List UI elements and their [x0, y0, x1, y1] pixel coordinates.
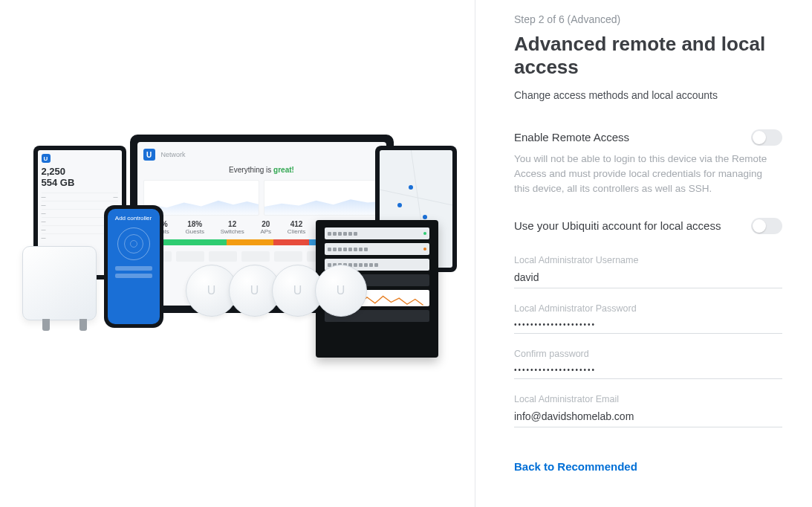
remote-access-label: Enable Remote Access: [514, 129, 629, 143]
step-indicator: Step 2 of 6 (Advanced): [514, 13, 782, 25]
ubiquiti-local-toggle[interactable]: [751, 218, 782, 234]
remote-access-toggle[interactable]: [751, 129, 782, 146]
device-access-points: UUUU: [186, 265, 367, 317]
email-input[interactable]: [514, 407, 782, 427]
page-subtitle: Change access methods and local accounts: [514, 89, 782, 101]
confirm-password-input[interactable]: [514, 363, 782, 379]
mini-chart: [264, 180, 380, 216]
unifi-logo-icon: U: [143, 149, 155, 161]
confirm-password-label: Confirm password: [514, 349, 782, 359]
device-phone: Add controller: [104, 205, 163, 328]
network-label: Network: [161, 151, 186, 158]
remote-access-helper: You will not be able to login to this de…: [514, 152, 774, 196]
back-to-recommended-link[interactable]: Back to Recommended: [514, 460, 637, 473]
phone-title: Add controller: [111, 215, 157, 222]
page-title: Advanced remote and local access: [514, 33, 782, 79]
setup-form: Step 2 of 6 (Advanced) Advanced remote a…: [475, 0, 812, 507]
username-input[interactable]: [514, 268, 782, 288]
email-label: Local Administrator Email: [514, 394, 782, 404]
radar-icon: [117, 227, 150, 260]
device-basestation: [22, 246, 108, 335]
password-label: Local Administrator Password: [514, 303, 782, 314]
ubiquiti-local-label: Use your Ubiquiti account for local acce…: [514, 218, 721, 232]
unifi-logo-icon: U: [42, 154, 51, 163]
status-line: Everything is great!: [143, 166, 380, 174]
hero-illustration: U Network Everything is great! 43%Client…: [0, 0, 475, 507]
username-label: Local Administrator Username: [514, 255, 782, 265]
password-input[interactable]: [514, 317, 782, 334]
